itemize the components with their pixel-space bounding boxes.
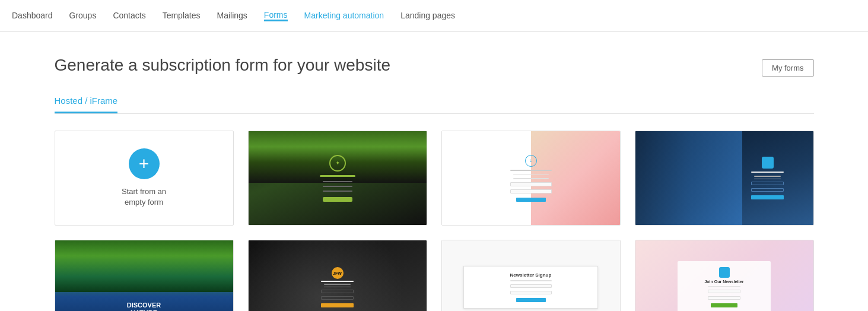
camera-field-1 [321, 290, 354, 293]
dark-blue-btn [751, 195, 784, 199]
plants-line-3 [323, 186, 352, 187]
camera-field-2 [321, 296, 354, 300]
template-card-join[interactable]: Join Our Newsletter [635, 240, 814, 311]
dark-blue-field-1 [751, 182, 784, 185]
template-thumb-dark-blue [635, 131, 813, 225]
nav-item-contacts[interactable]: Contacts [113, 11, 145, 21]
newsletter-title: Newsletter Signup [510, 272, 552, 278]
camera-line-1 [321, 281, 354, 282]
nav-item-landing-pages[interactable]: Landing pages [400, 11, 455, 21]
white-form-logo: L [525, 155, 537, 167]
dark-blue-line-2 [754, 176, 781, 177]
plus-icon: + [129, 148, 160, 179]
dark-blue-line-3 [754, 179, 781, 180]
nav-item-mailings[interactable]: Mailings [217, 11, 247, 21]
dark-blue-logo [762, 157, 774, 169]
my-forms-button[interactable]: My forms [762, 59, 813, 77]
template-card-dark-blue[interactable] [635, 131, 814, 226]
template-thumb-newsletter: Newsletter Signup [442, 240, 620, 311]
join-line-1 [708, 286, 740, 287]
nav-item-templates[interactable]: Templates [163, 11, 201, 21]
newsletter-btn [516, 298, 546, 302]
page-header: Generate a subscription form for your we… [55, 56, 814, 77]
nature-title: DISCOVERNATURE [127, 302, 161, 311]
nav-item-dashboard[interactable]: Dashboard [12, 11, 53, 21]
join-field-2 [708, 296, 740, 300]
nav-item-groups[interactable]: Groups [69, 11, 97, 21]
page-title: Generate a subscription form for your we… [55, 56, 390, 75]
nav-item-forms[interactable]: Forms [264, 10, 288, 21]
plants-cta-btn [323, 197, 352, 202]
plants-overlay: ✦ [315, 150, 360, 207]
newsletter-line-1 [510, 280, 552, 281]
white-form-inner: L [485, 155, 577, 202]
newsletter-field-2 [510, 291, 552, 294]
plants-logo: ✦ [329, 155, 346, 172]
navigation: Dashboard Groups Contacts Templates Mail… [0, 0, 868, 32]
template-grid: + Start from anempty form ✦ [55, 131, 814, 311]
template-thumb-camera: JFW [249, 240, 427, 311]
tab-bar: Hosted / iFrame [55, 96, 814, 114]
template-card-plants[interactable]: ✦ [248, 131, 427, 226]
newsletter-inner: Newsletter Signup [463, 266, 598, 309]
white-form-btn [516, 198, 546, 202]
plants-line-2 [323, 181, 352, 182]
dark-blue-inner [729, 157, 806, 199]
dark-blue-field-2 [751, 188, 784, 192]
template-card-nature[interactable]: DISCOVERNATURE Why join will start with … [55, 240, 234, 311]
camera-line-2 [324, 284, 351, 285]
empty-form-label: Start from anempty form [122, 186, 166, 208]
camera-line-3 [324, 287, 351, 288]
white-form-field-2 [510, 189, 552, 193]
nav-item-marketing-automation[interactable]: Marketing automation [304, 11, 384, 21]
join-field-1 [708, 290, 740, 293]
template-thumb-plants: ✦ [249, 131, 427, 225]
white-form-field-1 [510, 182, 552, 186]
main-content: Generate a subscription form for your we… [19, 32, 850, 311]
join-title: Join Our Newsletter [704, 280, 743, 284]
plants-line-1 [320, 175, 355, 177]
white-form-line-3 [513, 178, 549, 179]
join-logo [719, 267, 730, 278]
newsletter-field-1 [510, 284, 552, 288]
template-card-newsletter[interactable]: Newsletter Signup [441, 240, 621, 311]
join-btn [711, 303, 737, 307]
white-form-line-1 [510, 170, 552, 171]
plants-line-4 [323, 191, 352, 192]
tab-hosted-iframe[interactable]: Hosted / iFrame [55, 96, 118, 113]
template-thumb-nature: DISCOVERNATURE Why join will start with … [55, 240, 233, 311]
dark-blue-line-1 [751, 172, 784, 173]
camera-logo: JFW [332, 267, 344, 279]
white-form-line-2 [513, 174, 549, 176]
camera-btn [321, 303, 354, 307]
join-inner: Join Our Newsletter [678, 261, 770, 311]
camera-inner: JFW [321, 267, 354, 307]
template-card-empty[interactable]: + Start from anempty form [55, 131, 234, 226]
template-thumb-join: Join Our Newsletter [635, 240, 813, 311]
template-thumb-white-form: L [442, 131, 620, 225]
template-card-white-form[interactable]: L [441, 131, 621, 226]
template-card-camera[interactable]: JFW [248, 240, 427, 311]
